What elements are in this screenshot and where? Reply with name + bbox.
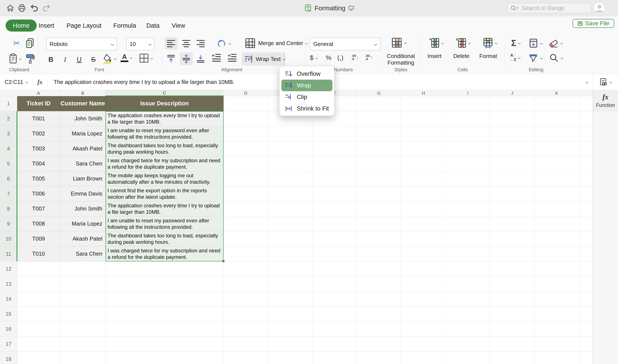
- cell-H5[interactable]: [401, 156, 446, 171]
- cell-C3[interactable]: I am unable to reset my password even af…: [105, 126, 224, 141]
- row-header-3[interactable]: 3: [0, 126, 17, 141]
- cell-J16[interactable]: [490, 322, 535, 337]
- cell-D2[interactable]: [224, 111, 268, 126]
- cell-K17[interactable]: [535, 337, 579, 351]
- cell-H10[interactable]: [401, 231, 446, 246]
- cell-B6[interactable]: Liam Brown: [60, 171, 105, 186]
- cell-G11[interactable]: [357, 246, 401, 261]
- cell-K5[interactable]: [535, 156, 579, 171]
- cell-J5[interactable]: [490, 156, 535, 171]
- tab-data[interactable]: Data: [144, 20, 162, 32]
- cell-E3[interactable]: [268, 126, 312, 141]
- cell-I12[interactable]: [446, 261, 490, 276]
- cell-H14[interactable]: [401, 291, 446, 307]
- cell-K1[interactable]: [535, 96, 579, 111]
- cell-J1[interactable]: [490, 96, 535, 111]
- cell-G7[interactable]: [357, 186, 401, 201]
- cell-H8[interactable]: [401, 201, 446, 216]
- cell-J18[interactable]: [490, 351, 535, 364]
- column-header-D[interactable]: D: [224, 90, 268, 96]
- cell-K10[interactable]: [535, 231, 579, 246]
- cell-C1[interactable]: Issue Description: [105, 96, 224, 111]
- cell-C13[interactable]: [105, 276, 224, 291]
- row-header-14[interactable]: 14: [0, 291, 17, 307]
- cell-G3[interactable]: [357, 126, 401, 141]
- cell-D1[interactable]: [224, 96, 268, 111]
- number-format-select[interactable]: General: [310, 38, 380, 51]
- redo-icon[interactable]: [42, 4, 51, 13]
- currency-format-button[interactable]: $: [310, 54, 318, 61]
- cell-A3[interactable]: T002: [17, 126, 60, 141]
- tab-home[interactable]: Home: [6, 20, 37, 32]
- cell-B8[interactable]: John Smith: [60, 201, 105, 216]
- cell-I1[interactable]: [446, 96, 490, 111]
- cell-J2[interactable]: [490, 111, 535, 126]
- cell-K11[interactable]: [535, 246, 579, 261]
- cell-C8[interactable]: The application crashes every time I try…: [105, 201, 224, 216]
- cell-L14[interactable]: [579, 291, 593, 307]
- find-button[interactable]: [549, 53, 563, 63]
- cell-K7[interactable]: [535, 186, 579, 201]
- formula-bar-expand-chevron[interactable]: [586, 81, 588, 83]
- column-header-H[interactable]: H: [401, 90, 446, 96]
- cell-F15[interactable]: [312, 307, 357, 322]
- cell-F8[interactable]: [312, 201, 357, 216]
- row-header-13[interactable]: 13: [0, 276, 17, 291]
- name-box[interactable]: C2:C11: [0, 79, 32, 85]
- cell-J3[interactable]: [490, 126, 535, 141]
- cell-J14[interactable]: [490, 291, 535, 307]
- cell-I6[interactable]: [446, 171, 490, 186]
- cell-F16[interactable]: [312, 322, 357, 337]
- italic-button[interactable]: I: [60, 54, 70, 65]
- cell-B14[interactable]: [60, 291, 105, 307]
- cell-D17[interactable]: [224, 337, 268, 351]
- sort-button[interactable]: A↑ ↓Z: [510, 53, 520, 62]
- cell-K14[interactable]: [535, 291, 579, 307]
- cell-G18[interactable]: [357, 351, 401, 364]
- format-painter-icon[interactable]: [25, 53, 35, 64]
- cell-H7[interactable]: [401, 186, 446, 201]
- cell-B2[interactable]: John Smith: [60, 111, 105, 126]
- cell-E18[interactable]: [268, 351, 312, 364]
- cell-E13[interactable]: [268, 276, 312, 291]
- borders-button[interactable]: [139, 53, 153, 63]
- cell-D14[interactable]: [224, 291, 268, 307]
- increase-indent-button[interactable]: [227, 53, 237, 62]
- cell-K6[interactable]: [535, 171, 579, 186]
- font-color-button[interactable]: A: [121, 53, 132, 62]
- cell-D8[interactable]: [224, 201, 268, 216]
- cell-A7[interactable]: T006: [17, 186, 60, 201]
- search-input[interactable]: Search in Range: [507, 3, 592, 13]
- save-file-button[interactable]: Save File: [572, 19, 614, 28]
- cell-J12[interactable]: [490, 261, 535, 276]
- fill-down-button[interactable]: [529, 38, 542, 48]
- cell-J6[interactable]: [490, 171, 535, 186]
- cell-C5[interactable]: I was charged twice for my subscription …: [105, 156, 224, 171]
- cell-C11[interactable]: I was charged twice for my subscription …: [105, 246, 224, 261]
- cell-K4[interactable]: [535, 141, 579, 156]
- cell-L17[interactable]: [579, 337, 593, 351]
- cut-icon[interactable]: ✂: [11, 38, 22, 49]
- bold-button[interactable]: B: [46, 54, 56, 65]
- cell-E16[interactable]: [268, 322, 312, 337]
- cell-B3[interactable]: Maria Lopez: [60, 126, 105, 141]
- cell-I7[interactable]: [446, 186, 490, 201]
- cell-K13[interactable]: [535, 276, 579, 291]
- cell-H11[interactable]: [401, 246, 446, 261]
- cell-B15[interactable]: [60, 307, 105, 322]
- cell-A11[interactable]: T010: [17, 246, 60, 261]
- paste-button[interactable]: [9, 53, 21, 64]
- cell-I5[interactable]: [446, 156, 490, 171]
- cell-I8[interactable]: [446, 201, 490, 216]
- cell-C18[interactable]: [105, 351, 224, 364]
- cell-G5[interactable]: [357, 156, 401, 171]
- decrease-decimal-button[interactable]: .00.0 ↓: [351, 54, 359, 61]
- row-header-2[interactable]: 2: [0, 111, 17, 126]
- cell-F14[interactable]: [312, 291, 357, 307]
- row-header-15[interactable]: 15: [0, 307, 17, 322]
- row-header-17[interactable]: 17: [0, 337, 17, 351]
- cell-B1[interactable]: Customer Name: [60, 96, 105, 111]
- cell-A13[interactable]: [17, 276, 60, 291]
- cell-B10[interactable]: Akash Patel: [60, 231, 105, 246]
- cell-B9[interactable]: Maria Lopez: [60, 216, 105, 231]
